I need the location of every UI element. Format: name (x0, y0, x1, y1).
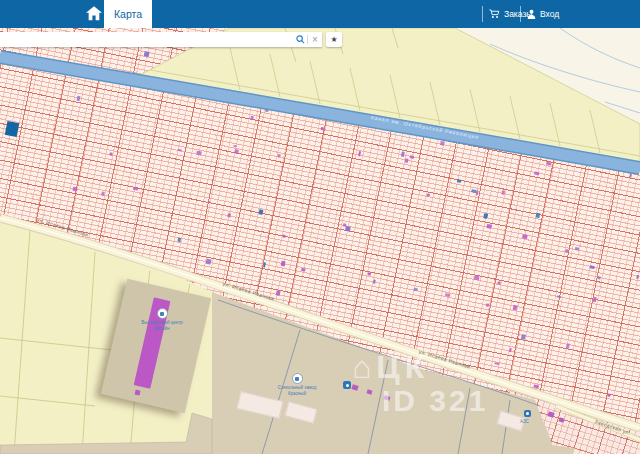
poi-circle-icon (292, 373, 303, 384)
poi-label-line2: Дизайн (126, 326, 198, 332)
person-icon (527, 9, 536, 19)
magenta-building-small (135, 390, 141, 396)
cart-icon (489, 9, 500, 19)
top-navbar: Карта Заказы Вход (0, 0, 640, 28)
poi-marker-azs[interactable] (524, 410, 531, 417)
favorites-star-button[interactable]: ★ (326, 32, 342, 47)
home-icon (86, 6, 102, 21)
orders-button[interactable]: Заказы (489, 0, 532, 28)
poi-circle-icon (157, 308, 168, 319)
poi-marker-blue[interactable] (343, 381, 351, 389)
star-icon: ★ (330, 35, 337, 44)
poi-exhibition-center[interactable]: Выставочный центр Дизайн (126, 308, 198, 331)
clear-search-icon[interactable]: × (308, 32, 322, 47)
header-divider (482, 6, 483, 22)
login-label: Вход (540, 9, 559, 19)
search-bar: × (0, 32, 322, 47)
header-divider (520, 6, 521, 22)
home-button[interactable] (86, 6, 104, 22)
search-input[interactable] (0, 33, 293, 46)
poi-label-line2: Красный (261, 391, 333, 397)
poi-glass-plant[interactable]: Стекольный завод Красный (261, 373, 333, 396)
login-button[interactable]: Вход (527, 0, 559, 28)
azs-label: АЗС (520, 419, 529, 424)
map-canvas[interactable]: АЗС Выставочный центр Дизайн Стекольный … (0, 28, 640, 454)
search-icon[interactable] (293, 32, 307, 47)
app-window: АЗС Выставочный центр Дизайн Стекольный … (0, 0, 640, 454)
industrial-pocket (541, 444, 575, 454)
tab-map[interactable]: Карта (104, 0, 152, 28)
